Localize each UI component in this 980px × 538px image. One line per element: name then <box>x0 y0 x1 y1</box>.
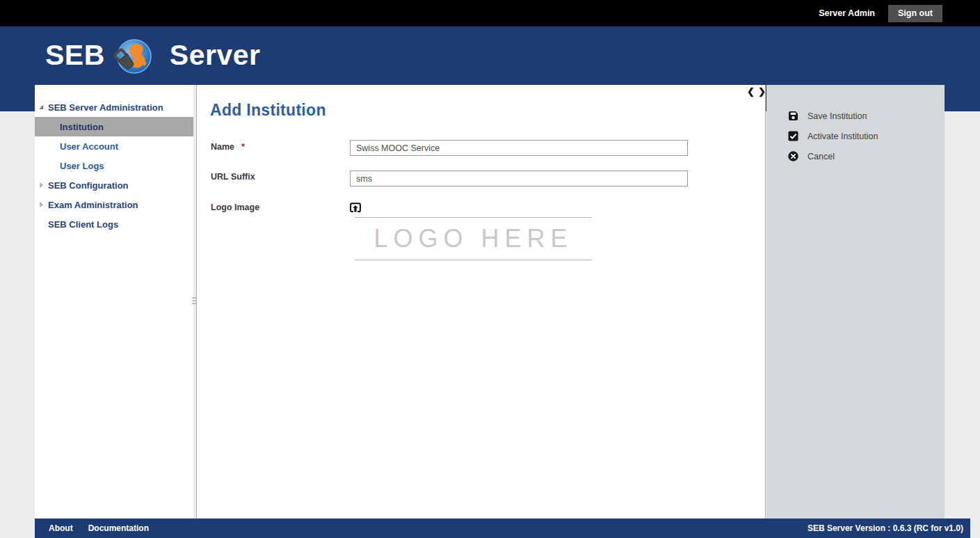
name-field-label: Name* <box>211 141 245 152</box>
version-label: SEB Server Version : 0.6.3 (RC for v1.0) <box>808 523 963 533</box>
save-institution-button[interactable]: Save Institution <box>766 106 945 126</box>
sidebar-item-seb-configuration[interactable]: SEB Configuration <box>35 175 193 195</box>
brand-text-seb: SEB <box>45 39 105 72</box>
seb-globe-lock-icon <box>114 35 153 75</box>
splitter-grip-icon[interactable] <box>192 297 196 304</box>
required-marker: * <box>241 141 245 152</box>
action-label: Save Institution <box>808 111 867 121</box>
url-suffix-input[interactable] <box>350 171 688 187</box>
action-panel: Save Institution Activate Institution Ca… <box>766 85 945 519</box>
logo-preview-placeholder: LOGO HERE <box>355 217 592 260</box>
page-title: Add Institution <box>210 101 326 120</box>
action-label: Activate Institution <box>808 132 878 141</box>
sidebar-item-user-account[interactable]: User Account <box>35 136 193 156</box>
footer-bar: About Documentation SEB Server Version :… <box>35 519 970 538</box>
cancel-icon <box>788 151 798 161</box>
tree-collapsed-icon[interactable] <box>38 182 45 189</box>
cancel-button[interactable]: Cancel <box>766 146 945 166</box>
sidebar-navigation: SEB Server Administration Institution Us… <box>35 85 193 519</box>
brand-text-server: Server <box>170 39 261 72</box>
sidebar-item-seb-client-logs[interactable]: SEB Client Logs <box>35 214 193 234</box>
sidebar-item-label: SEB Configuration <box>48 180 129 191</box>
sign-out-button[interactable]: Sign out <box>888 5 942 22</box>
collapse-right-icon[interactable]: ❯ <box>758 87 766 97</box>
sidebar-item-institution[interactable]: Institution <box>35 117 193 136</box>
panel-collapse-controls: ❮ ❯ <box>747 87 766 97</box>
top-bar: Server Admin Sign out <box>0 0 980 26</box>
activate-institution-button[interactable]: Activate Institution <box>766 126 945 146</box>
tree-collapsed-icon[interactable] <box>38 201 45 208</box>
upload-icon[interactable] <box>350 202 361 213</box>
logo-image-field-label: Logo Image <box>211 203 259 212</box>
activate-checkbox-icon <box>788 131 798 141</box>
footer-link-about[interactable]: About <box>49 523 73 533</box>
sidebar-item-label: SEB Client Logs <box>48 219 118 230</box>
app-logo: SEB Server <box>45 35 260 74</box>
sidebar-item-label: Exam Administration <box>48 200 138 210</box>
sidebar-item-label: User Logs <box>60 161 104 171</box>
name-input[interactable] <box>350 140 688 156</box>
logged-in-user-label: Server Admin <box>819 8 875 18</box>
sidebar-item-user-logs[interactable]: User Logs <box>35 156 193 175</box>
tree-expanded-icon[interactable] <box>38 104 45 111</box>
action-label: Cancel <box>808 152 835 161</box>
sidebar-item-label: SEB Server Administration <box>48 102 163 113</box>
sidebar-item-label: User Account <box>60 141 118 152</box>
collapse-left-icon[interactable]: ❮ <box>747 87 755 97</box>
url-suffix-field-label: URL Suffix <box>211 172 255 182</box>
footer-link-documentation[interactable]: Documentation <box>88 523 149 533</box>
main-content: ❮ ❯ Add Institution Name* URL Suffix Log… <box>197 85 766 519</box>
sidebar-item-seb-server-administration[interactable]: SEB Server Administration <box>35 97 193 117</box>
sidebar-item-exam-administration[interactable]: Exam Administration <box>35 195 193 214</box>
save-icon <box>788 111 798 121</box>
sidebar-item-label: Institution <box>60 122 104 132</box>
